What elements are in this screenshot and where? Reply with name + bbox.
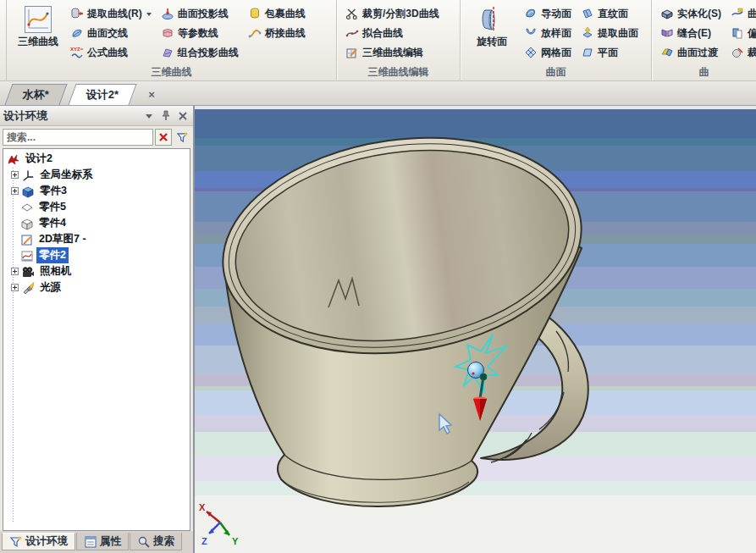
- curve-edit-icon: [345, 46, 360, 60]
- ribbon-item[interactable]: 桥接曲线: [245, 25, 309, 42]
- ribbon-group-0: 三维曲线提取曲线(R)曲面交线XYZ=公式曲线曲面投影线等参数线组合投影曲线包裹…: [6, 0, 337, 80]
- tree-item-6[interactable]: 零件2: [5, 247, 190, 263]
- tab-close-button[interactable]: ×: [145, 88, 158, 101]
- bridge-curve-icon: [248, 26, 262, 41]
- ribbon-item-label: 裁: [748, 46, 756, 60]
- ribbon-item[interactable]: 提取曲面: [577, 25, 642, 42]
- chevron-down-icon[interactable]: [142, 109, 156, 123]
- ribbon-item[interactable]: 放样面: [521, 25, 575, 42]
- tree-item-3[interactable]: 零件5: [5, 199, 190, 215]
- sketch-icon: [20, 233, 34, 246]
- ribbon-item[interactable]: 等参数线: [157, 25, 242, 42]
- tree-item-0[interactable]: 设计2: [5, 151, 190, 167]
- ribbon-group-label: 曲面: [461, 65, 651, 80]
- ribbon-item[interactable]: XYZ=公式曲线: [67, 44, 155, 62]
- ribbon-item[interactable]: 偏: [727, 25, 756, 42]
- tree-item-1[interactable]: 全局坐标系: [5, 167, 190, 183]
- search-row: [0, 126, 193, 148]
- surface-intersect-icon: [70, 26, 85, 41]
- panel-tab-0[interactable]: 设计环境: [2, 533, 75, 550]
- ribbon-item[interactable]: 曲面交线: [67, 25, 155, 42]
- pin-icon[interactable]: [159, 109, 173, 123]
- combined-projection-icon: [161, 46, 175, 60]
- revolve-big-icon: [477, 5, 506, 34]
- ribbon-item[interactable]: 拟合曲线: [342, 25, 443, 42]
- ribbon-item[interactable]: 曲面投影线: [157, 5, 242, 23]
- triad-x-label: X: [199, 502, 206, 512]
- close-icon[interactable]: [176, 109, 190, 123]
- ribbon-group-label: 三维曲线编辑: [337, 65, 460, 80]
- triad-z-label: Z: [201, 536, 207, 546]
- ribbon-item-label: 提取曲线(R): [87, 7, 142, 21]
- ribbon-item-label: 提取曲面: [598, 26, 638, 41]
- ribbon-item-label: 平面: [598, 46, 618, 60]
- expand-icon[interactable]: [11, 171, 19, 179]
- ribbon-item-label: 导动面: [541, 7, 571, 21]
- big-button-label: 旋转面: [477, 35, 507, 49]
- magnifier-icon: [137, 535, 150, 548]
- ribbon-item[interactable]: 直纹面: [577, 5, 642, 23]
- tree-item-label: 零件2: [36, 247, 69, 263]
- big-button-0[interactable]: 三维曲线: [12, 3, 64, 66]
- ribbon-item[interactable]: 组合投影曲线: [157, 44, 242, 62]
- ribbon-column: 曲偏裁: [727, 3, 756, 66]
- ribbon-item[interactable]: 三维曲线编辑: [342, 44, 443, 62]
- dropdown-arrow-icon[interactable]: [146, 13, 152, 16]
- clear-search-button[interactable]: [155, 129, 172, 146]
- panel-tab-2[interactable]: 搜索: [130, 533, 182, 550]
- ribbon-toolbar: 三维曲线提取曲线(R)曲面交线XYZ=公式曲线曲面投影线等参数线组合投影曲线包裹…: [0, 0, 756, 81]
- ribbon-item[interactable]: 缝合(E): [657, 25, 725, 42]
- light-icon: [21, 281, 35, 295]
- ribbon-item-label: 三维曲线编辑: [362, 46, 423, 60]
- expand-icon[interactable]: [11, 187, 19, 195]
- filter-icon[interactable]: [174, 129, 190, 146]
- ribbon-item[interactable]: 包裹曲线: [245, 5, 309, 23]
- document-tab-1[interactable]: 设计2*: [69, 84, 137, 105]
- big-button-label: 三维曲线: [18, 35, 58, 49]
- design-root-icon: [7, 152, 20, 166]
- search-input[interactable]: [3, 129, 153, 146]
- ribbon-item[interactable]: 平面: [577, 44, 642, 62]
- ribbon-item[interactable]: 导动面: [521, 5, 575, 23]
- panel-tab-1[interactable]: 属性: [76, 533, 129, 550]
- ribbon-item-label: 曲面过渡: [677, 46, 718, 60]
- ribbon-column: 实体化(S)缝合(E)曲面过渡: [657, 3, 725, 66]
- plane-face-icon: [581, 46, 595, 60]
- big-button-2[interactable]: 旋转面: [466, 3, 518, 66]
- ribbon-column: 裁剪/分割3D曲线拟合曲线三维曲线编辑: [342, 3, 443, 66]
- mesh-face-icon: [524, 46, 538, 60]
- ribbon-item[interactable]: 曲: [727, 5, 756, 23]
- document-tab-label: 水杯*: [14, 87, 58, 102]
- ribbon-item-label: 拟合曲线: [362, 26, 403, 41]
- fit-curve-icon: [345, 26, 360, 41]
- tree-item-8[interactable]: 光源: [5, 279, 190, 296]
- tree-item-label: 零件4: [36, 215, 69, 231]
- ribbon-item[interactable]: 曲面过渡: [657, 44, 725, 62]
- panel-tab-label: 属性: [100, 534, 121, 549]
- tree-item-4[interactable]: 零件4: [5, 215, 190, 231]
- design-tree-panel: 设计环境 设计2全局坐标系零件3零件5零件42D草图7 -零件2照相机光源 设计…: [0, 106, 195, 553]
- document-tab-0[interactable]: 水杯*: [4, 84, 67, 105]
- ribbon-item-label: 网格面: [541, 46, 571, 60]
- document-tab-bar: 水杯*设计2*×: [0, 81, 756, 106]
- tree-item-2[interactable]: 零件3: [5, 183, 190, 199]
- panel-bottom-tabs: 设计环境属性搜索: [0, 531, 193, 553]
- tree-item-label: 光源: [37, 279, 63, 296]
- ribbon-item[interactable]: 提取曲线(R): [67, 5, 155, 23]
- ribbon-item-label: 曲面投影线: [178, 7, 229, 21]
- tree-item-5[interactable]: 2D草图7 -: [5, 231, 190, 247]
- loft-face-icon: [524, 26, 538, 41]
- 3d-viewport[interactable]: X Y Z: [195, 106, 756, 553]
- ribbon-item-label: 组合投影曲线: [178, 46, 239, 60]
- ribbon-item[interactable]: 裁剪/分割3D曲线: [342, 5, 443, 23]
- ribbon-item[interactable]: 实体化(S): [657, 5, 725, 23]
- expand-icon[interactable]: [11, 268, 19, 275]
- ribbon-item[interactable]: 裁: [727, 44, 756, 62]
- tree-item-7[interactable]: 照相机: [5, 263, 190, 279]
- ribbon-item[interactable]: 网格面: [521, 44, 575, 62]
- panel-title: 设计环境: [3, 108, 139, 124]
- ribbon-item-label: 偏: [748, 26, 756, 41]
- mug-model[interactable]: [209, 116, 596, 506]
- surface-projection-icon: [161, 7, 175, 21]
- expand-icon[interactable]: [11, 284, 19, 291]
